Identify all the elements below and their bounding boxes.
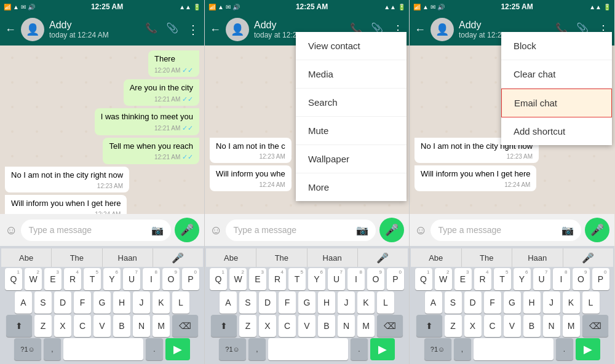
camera-icon-1[interactable]: 📷 — [151, 224, 164, 236]
key-q[interactable]: 1Q — [5, 268, 22, 290]
suggestion-haan-3[interactable]: Haan — [512, 248, 563, 267]
key-p[interactable]: 0P — [182, 268, 199, 290]
suggestion-the-3[interactable]: The — [462, 248, 513, 267]
message-input-wrapper-2[interactable]: Type a message 📷 — [226, 220, 376, 241]
key-i-2[interactable]: 8I — [347, 268, 365, 290]
key-send-1[interactable]: ▶ — [165, 338, 190, 360]
back-button-1[interactable]: ← — [5, 23, 16, 36]
key-c[interactable]: C — [74, 315, 91, 337]
message-input-wrapper-1[interactable]: Type a message 📷 — [21, 220, 171, 241]
key-v-2[interactable]: V — [298, 315, 315, 337]
key-o-2[interactable]: 9O — [367, 268, 384, 290]
key-space-2[interactable] — [268, 338, 348, 360]
key-m-2[interactable]: M — [357, 315, 375, 337]
key-l[interactable]: L — [172, 291, 189, 314]
key-k-3[interactable]: K — [563, 291, 580, 314]
key-s-2[interactable]: S — [239, 291, 256, 314]
key-x-2[interactable]: X — [259, 315, 276, 337]
key-period-3[interactable]: . — [556, 338, 573, 360]
menu-search[interactable]: Search — [296, 89, 407, 117]
key-delete-1[interactable]: ⌫ — [172, 315, 198, 337]
key-h[interactable]: H — [113, 291, 130, 314]
suggestion-abe-1[interactable]: Abe — [1, 248, 52, 267]
key-d-3[interactable]: D — [464, 291, 482, 314]
key-k[interactable]: K — [153, 291, 170, 314]
kb-mic-3[interactable]: 🎤 — [563, 248, 614, 267]
key-s-3[interactable]: S — [445, 291, 462, 314]
emoji-button-2[interactable]: ☺ — [210, 223, 222, 237]
key-send-3[interactable]: ▶ — [576, 338, 600, 360]
mic-button-3[interactable]: 🎤 — [585, 218, 609, 242]
key-y-3[interactable]: 6Y — [514, 268, 531, 290]
key-a-2[interactable]: A — [220, 291, 237, 314]
key-emoji-3[interactable]: ?1☺ — [424, 338, 451, 360]
submenu-email-chat[interactable]: Email chat — [501, 89, 612, 117]
key-f-3[interactable]: F — [484, 291, 501, 314]
key-o[interactable]: 9O — [162, 268, 180, 290]
key-f[interactable]: F — [74, 291, 91, 314]
key-j-3[interactable]: J — [543, 291, 560, 314]
key-shift-2[interactable]: ⬆ — [211, 315, 237, 337]
key-o-3[interactable]: 9O — [573, 268, 590, 290]
attach-icon-1[interactable]: 📎 — [166, 22, 178, 37]
key-h-3[interactable]: H — [523, 291, 541, 314]
key-b[interactable]: B — [113, 315, 130, 337]
back-button-2[interactable]: ← — [210, 23, 221, 36]
key-b-3[interactable]: B — [523, 315, 541, 337]
key-t-2[interactable]: 5T — [288, 268, 306, 290]
call-icon-1[interactable]: 📞 — [145, 22, 157, 37]
key-period-2[interactable]: . — [351, 338, 368, 360]
menu-wallpaper[interactable]: Wallpaper — [296, 145, 407, 173]
key-m-3[interactable]: M — [563, 315, 580, 337]
back-button-3[interactable]: ← — [415, 23, 426, 36]
key-b-2[interactable]: B — [318, 315, 335, 337]
submenu-block[interactable]: Block — [501, 32, 612, 60]
key-u-3[interactable]: 7U — [533, 268, 550, 290]
emoji-button-3[interactable]: ☺ — [415, 223, 427, 237]
key-j[interactable]: J — [133, 291, 150, 314]
suggestion-abe-3[interactable]: Abe — [411, 248, 462, 267]
key-l-2[interactable]: L — [377, 291, 394, 314]
key-comma-1[interactable]: , — [44, 338, 61, 360]
kb-mic-2[interactable]: 🎤 — [358, 248, 408, 267]
key-h-2[interactable]: H — [318, 291, 335, 314]
key-j-2[interactable]: J — [338, 291, 355, 314]
key-z[interactable]: Z — [34, 315, 52, 337]
key-period-1[interactable]: . — [146, 338, 163, 360]
message-input-wrapper-3[interactable]: Type a message 📷 — [430, 220, 581, 241]
key-t[interactable]: 5T — [84, 268, 101, 290]
submenu-clear-chat[interactable]: Clear chat — [501, 60, 612, 89]
menu-mute[interactable]: Mute — [296, 117, 407, 145]
submenu-add-shortcut[interactable]: Add shortcut — [501, 117, 612, 145]
key-q-3[interactable]: 1Q — [415, 268, 432, 290]
key-n-3[interactable]: N — [543, 315, 560, 337]
key-space-1[interactable] — [63, 338, 143, 360]
key-w[interactable]: 2W — [25, 268, 42, 290]
key-r[interactable]: 4R — [64, 268, 81, 290]
key-n[interactable]: N — [133, 315, 150, 337]
key-x[interactable]: X — [54, 315, 71, 337]
key-r-3[interactable]: 4R — [474, 268, 491, 290]
key-g-3[interactable]: G — [504, 291, 521, 314]
key-z-3[interactable]: Z — [445, 315, 462, 337]
mic-button-1[interactable]: 🎤 — [175, 218, 199, 242]
menu-view-contact[interactable]: View contact — [296, 32, 407, 60]
key-shift-3[interactable]: ⬆ — [416, 315, 442, 337]
key-w-3[interactable]: 2W — [435, 268, 452, 290]
key-a-3[interactable]: A — [425, 291, 442, 314]
key-y[interactable]: 6Y — [103, 268, 121, 290]
suggestion-the-2[interactable]: The — [256, 248, 307, 267]
key-r-2[interactable]: 4R — [269, 268, 286, 290]
key-emoji-2[interactable]: ?1☺ — [219, 338, 246, 360]
more-icon-1[interactable]: ⋮ — [187, 22, 199, 37]
key-f-2[interactable]: F — [279, 291, 296, 314]
key-p-3[interactable]: 0P — [592, 268, 609, 290]
key-send-2[interactable]: ▶ — [370, 338, 395, 360]
suggestion-haan-2[interactable]: Haan — [308, 248, 358, 267]
key-w-2[interactable]: 2W — [229, 268, 247, 290]
key-delete-3[interactable]: ⌫ — [582, 315, 608, 337]
key-u-2[interactable]: 7U — [328, 268, 345, 290]
kb-mic-1[interactable]: 🎤 — [153, 248, 203, 267]
key-d-2[interactable]: D — [259, 291, 276, 314]
key-k-2[interactable]: K — [357, 291, 375, 314]
